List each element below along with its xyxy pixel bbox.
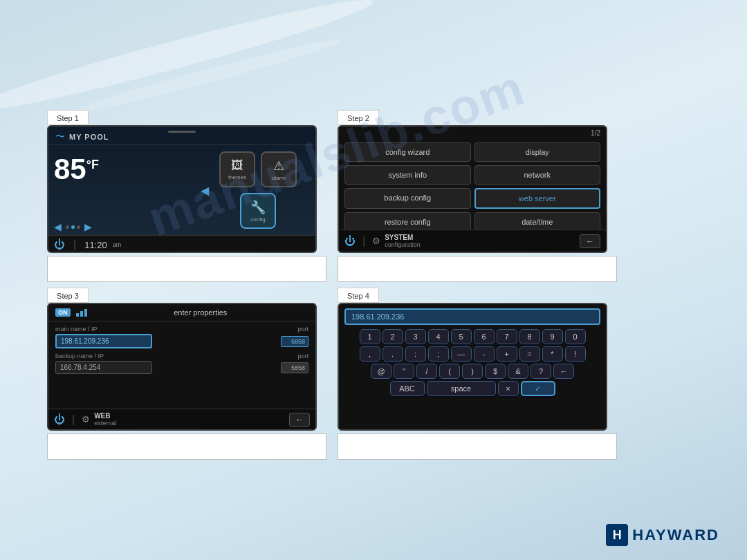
key-dollar[interactable]: $ <box>485 364 506 379</box>
key-abc[interactable]: ABC <box>390 381 425 396</box>
config-wizard-btn[interactable]: config wizard <box>344 142 471 162</box>
signal-bars-icon <box>76 309 87 317</box>
backup-port-label: port <box>297 353 308 360</box>
backup-port-input[interactable]: 5858 <box>281 362 308 373</box>
key-6[interactable]: 6 <box>474 329 495 344</box>
key-colon[interactable]: : <box>405 346 426 362</box>
main-ip-input[interactable]: 198.61.209.236 <box>55 334 152 348</box>
key-slash[interactable]: / <box>416 364 437 379</box>
web-title: WEB <box>94 412 116 420</box>
kb-row-actions: ABC space × ✓ <box>343 381 602 396</box>
sys-power-icon[interactable]: ⏻ <box>344 235 356 248</box>
key-exclaim[interactable]: ! <box>565 346 586 362</box>
key-backspace[interactable]: ← <box>553 364 574 379</box>
pool-header: 〜 MY POOL <box>48 127 315 145</box>
date-time-btn[interactable]: date/time <box>474 212 601 232</box>
restore-config-btn[interactable]: restore config <box>344 212 471 232</box>
key-5[interactable]: 5 <box>451 329 472 344</box>
panel3-header: Step 3 <box>47 288 326 303</box>
key-dot[interactable]: . <box>382 346 403 362</box>
key-plus[interactable]: + <box>497 346 517 362</box>
web-form: main name / IP port 198.61.209.236 5858 … <box>48 321 315 380</box>
panel4-header: Step 4 <box>338 288 617 303</box>
panel1-caption <box>47 256 326 282</box>
dot-3 <box>77 225 80 229</box>
keyboard-input[interactable]: 198.61.209.236 <box>344 308 600 325</box>
display-btn[interactable]: display <box>474 142 601 162</box>
wave-icon: 〜 <box>55 131 65 143</box>
key-minus[interactable]: - <box>474 346 495 362</box>
bar-2 <box>80 311 83 317</box>
system-info-btn[interactable]: system info <box>344 165 471 185</box>
main-port-label: port <box>297 326 308 333</box>
pool-nav-row: ◀ ▶ <box>54 221 206 232</box>
key-asterisk[interactable]: * <box>542 346 563 362</box>
network-btn[interactable]: network <box>474 165 601 185</box>
pool-right: ◀ 🖼 themes ⚠ alarm 🔧 <box>206 148 310 232</box>
key-8[interactable]: 8 <box>519 329 540 344</box>
themes-label: themes <box>228 174 246 180</box>
sys-footer: ⏻ | ⚙ SYSTEM configuration ← <box>339 230 606 252</box>
key-space[interactable]: space <box>427 381 496 396</box>
key-amp[interactable]: & <box>508 364 528 379</box>
hayward-brand-name: HAYWARD <box>632 526 719 544</box>
key-dash[interactable]: — <box>451 346 472 362</box>
panel1-header: Step 1 <box>47 110 326 125</box>
panel2-header: Step 2 <box>338 110 617 125</box>
key-confirm[interactable]: ✓ <box>521 381 555 396</box>
key-lparen[interactable]: ( <box>439 364 460 379</box>
dot-2 <box>71 225 75 229</box>
sys-title: SYSTEM <box>385 234 421 241</box>
main-port-input[interactable]: 5858 <box>281 336 308 347</box>
key-7[interactable]: 7 <box>497 329 517 344</box>
panel2-wrapper: Step 2 1/2 config wizard display system … <box>332 107 622 285</box>
panel2-screen: 1/2 config wizard display system info ne… <box>338 125 607 253</box>
key-9[interactable]: 9 <box>542 329 563 344</box>
key-quote[interactable]: " <box>394 364 414 379</box>
key-rparen[interactable]: ) <box>462 364 483 379</box>
sys-title-block: SYSTEM configuration <box>385 234 421 248</box>
themes-button[interactable]: 🖼 themes <box>219 151 255 187</box>
web-row-backup-input: 166.78.4.254 5858 <box>55 361 308 374</box>
key-1[interactable]: 1 <box>360 329 380 344</box>
web-power-icon[interactable]: ⏻ <box>54 413 65 426</box>
sys-back-btn[interactable]: ← <box>580 234 600 248</box>
config-grid: config wizard display system info networ… <box>339 140 606 234</box>
panel4-caption <box>338 433 617 460</box>
web-server-btn[interactable]: web server <box>474 188 601 209</box>
key-3[interactable]: 3 <box>405 329 426 344</box>
kb-row-numbers: 1 2 3 4 5 6 7 8 9 0 <box>343 329 602 344</box>
key-cancel[interactable]: × <box>498 381 519 396</box>
step2-label: Step 2 <box>338 110 379 125</box>
side-nav-arrow[interactable]: ◀ <box>201 184 209 197</box>
config-label: config <box>250 216 265 223</box>
key-semicolon[interactable]: ; <box>428 346 449 362</box>
config-button[interactable]: 🔧 config <box>240 193 276 229</box>
web-back-btn[interactable]: ← <box>289 413 310 427</box>
backup-config-btn[interactable]: backup config <box>344 188 471 209</box>
power-icon[interactable]: ⏻ <box>54 239 65 251</box>
key-0[interactable]: 0 <box>565 329 586 344</box>
key-question[interactable]: ? <box>531 364 551 379</box>
pool-body: 85°F ◀ ▶ ◀ <box>48 145 315 235</box>
bar-1 <box>76 313 79 317</box>
top-bar <box>168 131 196 133</box>
pool-title: MY POOL <box>69 133 109 141</box>
web-header-title: enter properties <box>93 308 309 317</box>
right-arrow-icon[interactable]: ▶ <box>84 221 92 232</box>
key-2[interactable]: 2 <box>382 329 403 344</box>
key-4[interactable]: 4 <box>428 329 449 344</box>
bar-3 <box>84 309 87 317</box>
web-row-backup-header: backup name / IP port <box>55 353 308 360</box>
keyboard-rows: 1 2 3 4 5 6 7 8 9 0 , . : ; — <box>339 329 606 396</box>
step1-label: Step 1 <box>47 110 89 125</box>
key-at[interactable]: @ <box>371 364 391 379</box>
alarm-button[interactable]: ⚠ alarm <box>261 151 297 187</box>
icon-grid-row-2: 🔧 config <box>240 193 276 229</box>
backup-ip-input[interactable]: 166.78.4.254 <box>55 361 152 374</box>
key-comma[interactable]: , <box>360 346 380 362</box>
key-equals[interactable]: = <box>519 346 540 362</box>
hayward-h-icon: H <box>606 524 628 546</box>
panel3-wrapper: Step 3 ON enter properties main name / I… <box>42 285 332 463</box>
left-arrow-icon[interactable]: ◀ <box>54 221 62 232</box>
